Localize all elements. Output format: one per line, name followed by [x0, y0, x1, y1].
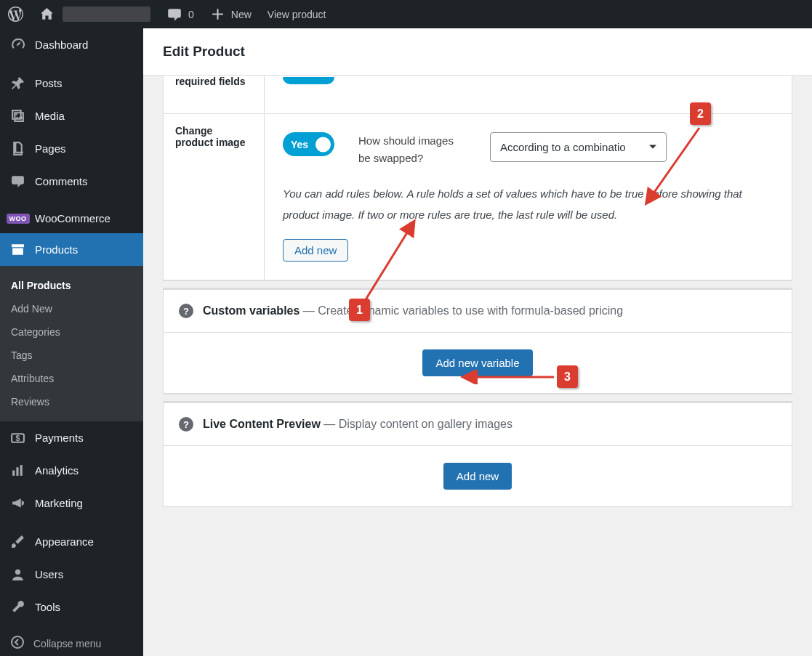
sidebar-item-label: Appearance — [35, 535, 94, 548]
submenu-add-new[interactable]: Add New — [0, 297, 143, 320]
brush-icon — [10, 534, 25, 549]
sidebar-item-dashboard[interactable]: Dashboard — [0, 28, 143, 61]
sidebar-item-payments[interactable]: $ Payments — [0, 421, 143, 454]
svg-rect-3 — [12, 471, 15, 476]
sidebar-item-label: Analytics — [35, 464, 79, 477]
sidebar-item-label: Dashboard — [35, 39, 88, 51]
view-product-label: View product — [268, 9, 326, 20]
home-icon — [39, 7, 55, 22]
swap-question-label: How should images be swapped? — [358, 132, 466, 167]
submenu-categories[interactable]: Categories — [0, 320, 143, 344]
new-content-link[interactable]: New — [202, 0, 260, 28]
partial-toggle-slice — [283, 77, 334, 84]
swap-mode-select[interactable]: According to a combinatio — [490, 132, 667, 162]
admin-toolbar: 0 New View product — [0, 0, 812, 28]
section-divider — [163, 280, 792, 288]
sidebar-item-users[interactable]: Users — [0, 558, 143, 591]
custom-variables-header[interactable]: ? Custom variables — Create dynamic vari… — [164, 289, 792, 332]
analytics-icon — [10, 463, 25, 478]
sidebar-item-posts[interactable]: Posts — [0, 67, 143, 100]
add-new-rule-button[interactable]: Add new — [283, 239, 348, 262]
change-image-label: Change product image — [175, 125, 245, 148]
svg-text:$: $ — [16, 434, 20, 442]
help-icon: ? — [179, 417, 193, 432]
add-new-variable-button[interactable]: Add new variable — [422, 349, 532, 376]
submenu-attributes[interactable]: Attributes — [0, 367, 143, 390]
svg-point-0 — [15, 113, 17, 116]
add-new-preview-button[interactable]: Add new — [443, 463, 512, 490]
toggle-label: Yes — [291, 139, 308, 150]
comments-link[interactable]: 0 — [158, 0, 202, 28]
user-icon — [10, 567, 25, 582]
submenu-all-products[interactable]: All Products — [0, 274, 143, 297]
view-product-link[interactable]: View product — [260, 0, 334, 28]
sidebar-item-products[interactable]: Products — [0, 233, 143, 266]
change-image-row-label: Change product image — [164, 114, 265, 280]
select-value: According to a combinatio — [500, 141, 626, 153]
sidebar-item-label: WooCommerce — [35, 212, 110, 224]
section-divider — [163, 394, 792, 402]
megaphone-icon — [10, 495, 25, 511]
svg-point-6 — [15, 570, 20, 575]
wordpress-logo-icon — [8, 7, 23, 22]
page-header: Edit Product — [143, 28, 812, 76]
sidebar-item-marketing[interactable]: Marketing — [0, 487, 143, 519]
site-home-link[interactable] — [31, 0, 158, 28]
dash: — — [303, 304, 318, 317]
pin-icon — [10, 76, 25, 91]
help-icon: ? — [179, 304, 193, 318]
svg-point-7 — [12, 636, 23, 648]
sidebar-item-analytics[interactable]: Analytics — [0, 454, 143, 487]
sidebar-item-label: Tools — [35, 601, 60, 613]
svg-rect-5 — [20, 465, 23, 476]
plus-icon — [210, 7, 225, 22]
sidebar-item-media[interactable]: Media — [0, 100, 143, 132]
payments-icon: $ — [10, 430, 25, 445]
new-label: New — [231, 9, 252, 20]
dash: — — [323, 418, 338, 430]
sidebar-item-appearance[interactable]: Appearance — [0, 525, 143, 558]
comment-bubble-icon — [166, 7, 182, 23]
required-fields-row-label: required fields — [164, 76, 265, 113]
sidebar-item-label: Users — [35, 568, 63, 580]
toggle-knob — [315, 137, 331, 152]
sidebar-item-label: Comments — [35, 175, 88, 187]
products-submenu: All Products Add New Categories Tags Att… — [0, 266, 143, 421]
sidebar-item-tools[interactable]: Tools — [0, 591, 143, 623]
site-name-redacted — [63, 7, 150, 22]
sidebar-item-label: Pages — [35, 142, 66, 155]
wp-logo-link[interactable] — [0, 0, 31, 28]
change-image-toggle[interactable]: Yes — [283, 132, 334, 156]
sidebar-item-comments[interactable]: Comments — [0, 165, 143, 198]
submenu-reviews[interactable]: Reviews — [0, 390, 143, 413]
section-title-line: Custom variables — Create dynamic variab… — [203, 304, 623, 317]
product-data-panel: required fields Change product image — [163, 76, 792, 280]
admin-sidebar: Dashboard Posts Media Pages Comments — [0, 28, 143, 656]
sidebar-item-label: Payments — [35, 432, 84, 444]
comment-icon — [10, 174, 25, 189]
dashboard-icon — [10, 37, 25, 52]
custom-variables-panel: ? Custom variables — Create dynamic vari… — [163, 288, 792, 394]
sidebar-item-woocommerce[interactable]: WOO WooCommerce — [0, 203, 143, 233]
live-preview-title: Live Content Preview — [203, 418, 321, 430]
rules-help-text: You can add rules below. A rule holds a … — [283, 184, 773, 225]
live-preview-header[interactable]: ? Live Content Preview — Display content… — [164, 402, 792, 445]
woocommerce-icon: WOO — [10, 214, 25, 224]
collapse-icon — [10, 635, 25, 652]
section-title-line: Live Content Preview — Display content o… — [203, 418, 512, 431]
submenu-tags[interactable]: Tags — [0, 344, 143, 367]
collapse-label: Collapse menu — [33, 638, 101, 649]
archive-icon — [10, 242, 25, 257]
pages-icon — [10, 141, 25, 156]
sidebar-item-label: Products — [35, 243, 78, 256]
sidebar-item-pages[interactable]: Pages — [0, 132, 143, 165]
sidebar-item-label: Posts — [35, 77, 63, 89]
sidebar-item-label: Media — [35, 110, 65, 122]
svg-rect-4 — [16, 467, 18, 476]
live-preview-panel: ? Live Content Preview — Display content… — [163, 402, 792, 507]
collapse-menu-button[interactable]: Collapse menu — [0, 626, 143, 656]
wrench-icon — [10, 599, 25, 615]
live-preview-subtitle: Display content on gallery images — [339, 418, 512, 430]
comment-count: 0 — [188, 9, 194, 20]
media-icon — [10, 108, 25, 123]
